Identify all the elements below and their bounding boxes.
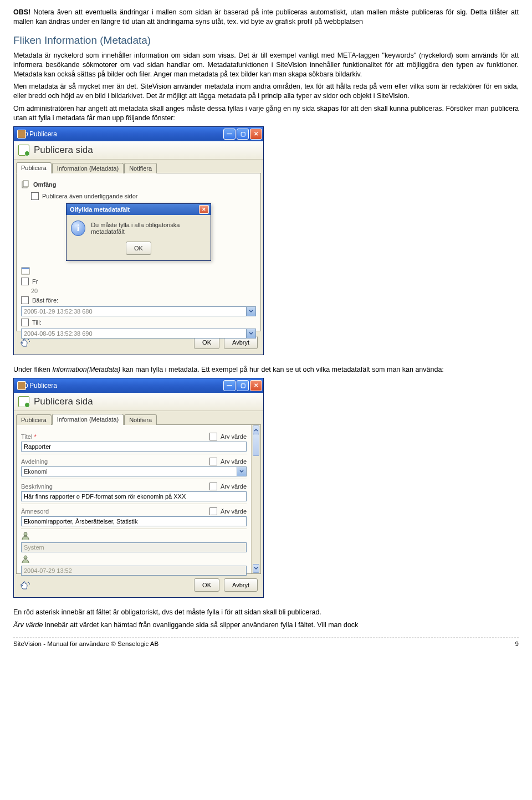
window-title: Publicera [29,382,223,389]
checkbox-publish-sub[interactable] [31,192,39,200]
field-title-header: Titel Ärv värde [21,433,247,440]
tab-publicera[interactable]: Publicera [16,414,52,425]
checkbox-arv-titel[interactable] [209,433,217,440]
titlebar[interactable]: Publicera — ▢ ✕ [14,378,263,393]
txt-under-em: Information(Metadata) [52,366,120,373]
label-arv-beskrivning: Ärv värde [221,483,247,490]
row-fr-value: 20 [31,288,256,294]
label-beskrivning: Beskrivning [21,483,53,490]
input-amnesord[interactable] [21,516,247,526]
scroll-up-button[interactable] [253,425,259,434]
scroll-down-button[interactable] [253,564,259,573]
ok-button[interactable]: OK [194,578,219,592]
alert-unfilled-metadata: Oifyllda metadatafält ✕ i Du måste fylla… [66,203,211,261]
maximize-button[interactable]: ▢ [237,380,249,391]
obs-rest: Notera även att eventuella ändringar i m… [13,8,519,25]
dropdown-till[interactable]: 2004-08-05 13:52:38 690 [21,329,256,339]
para-under-fliken: Under fliken Information(Metadata) kan m… [13,365,519,375]
label-arv-avdelning: Ärv värde [221,458,247,465]
group-omfang-label: Omfång [33,181,57,188]
close-button[interactable]: ✕ [250,380,262,391]
tab-panel-information: Titel Ärv värde Avdelning Ärv värde [16,424,261,574]
obs-paragraph: OBS! Notera även att eventuella ändringa… [13,8,519,27]
heading-fliken-information: Fliken Information (Metadata) [13,34,519,47]
tab-publicera[interactable]: Publicera [16,162,52,173]
label-bast-fore: Bäst före: [32,297,58,304]
row-fr[interactable]: Fr [21,278,256,285]
svg-rect-1 [23,181,28,187]
chevron-down-icon[interactable] [246,329,255,338]
tab-information[interactable]: Information (Metadata) [52,414,124,425]
tab-panel-publicera: Omfång Publicera även underliggande sido… [16,173,261,331]
value-avdelning: Ekonomi [22,467,50,476]
label-arv-amnesord: Ärv värde [221,508,247,515]
hand-icon [19,337,30,347]
field-beskrivning-header: Beskrivning Ärv värde [21,483,247,490]
checkbox-fr[interactable] [21,278,29,285]
publish-page-icon [18,396,29,407]
checkbox-bast-fore[interactable] [21,296,29,304]
para-asterisk: En röd asterisk innebär att fältet är ob… [13,608,519,617]
minimize-button[interactable]: — [223,129,236,140]
value-bast-fore: 2005-01-29 13:52:38 680 [22,307,95,316]
chevron-down-icon[interactable] [246,307,255,316]
calendar-icon [21,266,30,275]
alert-message: Du måste fylla i alla obligatoriska meta… [91,222,206,235]
alert-title: Oifyllda metadatafält [70,206,199,213]
label-till: Till: [32,319,42,326]
cancel-button[interactable]: Avbryt [224,578,258,592]
value-fr: 20 [31,288,38,294]
label-fr: Fr [32,278,38,285]
txt-under-post: kan man fylla i metadata. Ett exempel på… [120,366,444,373]
window-title: Publicera [29,130,223,138]
checkbox-arv-avdelning[interactable] [209,458,217,465]
tab-information[interactable]: Information (Metadata) [52,163,124,173]
dropdown-bast-fore[interactable]: 2005-01-29 13:52:38 680 [21,306,256,316]
alert-close-button[interactable]: ✕ [199,205,209,214]
label-titel: Titel [21,433,37,440]
para-meta-1: Metadata är nyckelord som innehåller inf… [13,51,519,79]
checkbox-arv-beskrivning[interactable] [209,483,217,490]
publish-dialog-2: Publicera — ▢ ✕ Publicera sida Publicera… [13,378,264,598]
row-bast-value: 2005-01-29 13:52:38 680 [21,306,256,316]
dialog-subheader: Publicera sida [14,141,263,160]
row-calendar [21,266,256,275]
alert-ok-button[interactable]: OK [126,242,151,255]
dropdown-avdelning[interactable]: Ekonomi [21,466,247,476]
scroll-thumb[interactable] [253,434,259,456]
tab-notifiera[interactable]: Notifiera [124,163,157,173]
label-arv-titel: Ärv värde [221,433,247,440]
para-meta-2: Men metadata är så mycket mer än det. Si… [13,82,519,101]
input-titel[interactable] [21,442,247,452]
value-till: 2004-08-05 13:52:38 690 [22,329,95,338]
minimize-button[interactable]: — [223,380,236,391]
row-till[interactable]: Till: [21,319,256,326]
dialog-subheader: Publicera sida [14,393,263,411]
dialog-footer: OK Avbryt [14,574,263,597]
dialog-subtitle: Publicera sida [34,145,93,156]
publish-page-icon [18,145,29,156]
svg-point-9 [29,583,30,584]
svg-point-5 [29,341,30,342]
footer-page-number: 9 [515,640,519,647]
footer-left: SiteVision - Manual för användare © Sens… [13,640,158,647]
row-moddate [21,555,247,563]
close-button[interactable]: ✕ [250,129,262,140]
input-beskrivning[interactable] [21,491,247,501]
chevron-down-icon[interactable] [237,467,246,476]
titlebar[interactable]: Publicera — ▢ ✕ [14,127,263,141]
checkbox-arv-amnesord[interactable] [209,507,217,515]
hand-icon [19,580,30,590]
user-icon [21,531,30,540]
row-publish-sub[interactable]: Publicera även underliggande sidor [31,192,256,200]
svg-point-4 [28,339,29,340]
scrollbar[interactable] [251,425,260,573]
checkbox-till[interactable] [21,319,29,326]
alert-titlebar[interactable]: Oifyllda metadatafält ✕ [66,204,211,215]
alert-body: i Du måste fylla i alla obligatoriska me… [66,215,211,242]
row-bast-fore[interactable]: Bäst före: [21,296,256,304]
maximize-button[interactable]: ▢ [237,129,249,140]
group-omfang: Omfång [21,180,256,189]
tab-notifiera[interactable]: Notifiera [124,414,157,425]
dialog-tabs: Publicera Information (Metadata) Notifie… [14,411,263,424]
